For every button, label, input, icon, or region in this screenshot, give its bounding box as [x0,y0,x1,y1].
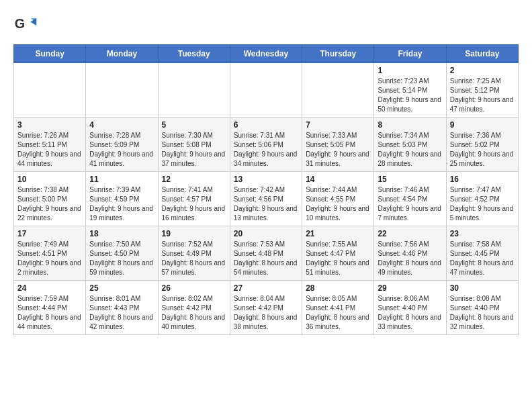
calendar-header: SundayMondayTuesdayWednesdayThursdayFrid… [14,45,519,63]
day-number: 5 [162,120,226,130]
calendar-cell: 29Sunrise: 8:06 AM Sunset: 4:40 PM Dayli… [374,281,446,335]
calendar-cell: 26Sunrise: 8:02 AM Sunset: 4:42 PM Dayli… [158,281,230,335]
weekday-header-thursday: Thursday [302,45,374,63]
day-info: Sunrise: 7:30 AM Sunset: 5:08 PM Dayligh… [162,131,226,169]
calendar-cell: 9Sunrise: 7:36 AM Sunset: 5:02 PM Daylig… [446,118,518,172]
calendar-cell: 30Sunrise: 8:08 AM Sunset: 4:40 PM Dayli… [446,281,518,335]
svg-text:G: G [15,16,25,31]
day-number: 28 [306,283,370,293]
day-info: Sunrise: 8:04 AM Sunset: 4:42 PM Dayligh… [234,294,298,332]
weekday-header-row: SundayMondayTuesdayWednesdayThursdayFrid… [14,45,519,63]
day-number: 8 [378,120,442,130]
calendar-cell: 19Sunrise: 7:52 AM Sunset: 4:49 PM Dayli… [158,226,230,281]
day-info: Sunrise: 7:41 AM Sunset: 4:57 PM Dayligh… [162,185,226,223]
day-number: 29 [378,283,442,293]
day-info: Sunrise: 7:47 AM Sunset: 4:52 PM Dayligh… [450,185,515,223]
day-info: Sunrise: 7:58 AM Sunset: 4:45 PM Dayligh… [450,240,515,277]
day-number: 9 [450,120,515,130]
calendar-cell: 3Sunrise: 7:26 AM Sunset: 5:11 PM Daylig… [14,118,86,172]
calendar-cell: 12Sunrise: 7:41 AM Sunset: 4:57 PM Dayli… [158,172,230,226]
day-number: 27 [234,283,298,293]
day-info: Sunrise: 7:34 AM Sunset: 5:03 PM Dayligh… [378,131,442,169]
calendar-cell: 17Sunrise: 7:49 AM Sunset: 4:51 PM Dayli… [14,226,86,281]
day-number: 11 [89,175,154,184]
day-number: 4 [89,120,154,130]
page-header: G [13,13,519,38]
calendar-cell: 15Sunrise: 7:46 AM Sunset: 4:54 PM Dayli… [374,172,446,226]
weekday-header-sunday: Sunday [14,45,86,63]
day-info: Sunrise: 7:59 AM Sunset: 4:44 PM Dayligh… [17,294,82,332]
calendar-week-3: 10Sunrise: 7:38 AM Sunset: 5:00 PM Dayli… [14,172,519,226]
calendar-cell: 20Sunrise: 7:53 AM Sunset: 4:48 PM Dayli… [230,226,302,281]
day-number: 18 [89,229,154,238]
day-number: 2 [450,66,515,75]
day-number: 10 [17,175,82,184]
calendar-cell: 16Sunrise: 7:47 AM Sunset: 4:52 PM Dayli… [446,172,518,226]
weekday-header-monday: Monday [86,45,158,63]
day-info: Sunrise: 7:46 AM Sunset: 4:54 PM Dayligh… [378,185,442,223]
day-number: 13 [234,175,298,184]
day-number: 12 [162,175,226,184]
logo: G [13,13,40,38]
day-number: 25 [89,283,154,293]
day-info: Sunrise: 7:42 AM Sunset: 4:56 PM Dayligh… [234,185,298,223]
day-info: Sunrise: 8:02 AM Sunset: 4:42 PM Dayligh… [162,294,226,332]
calendar-cell [230,63,302,118]
day-info: Sunrise: 7:26 AM Sunset: 5:11 PM Dayligh… [17,131,82,169]
day-info: Sunrise: 7:53 AM Sunset: 4:48 PM Dayligh… [234,240,298,277]
calendar-cell: 11Sunrise: 7:39 AM Sunset: 4:59 PM Dayli… [86,172,158,226]
calendar-body: 1Sunrise: 7:23 AM Sunset: 5:14 PM Daylig… [14,63,519,335]
calendar-cell: 28Sunrise: 8:05 AM Sunset: 4:41 PM Dayli… [302,281,374,335]
calendar-week-4: 17Sunrise: 7:49 AM Sunset: 4:51 PM Dayli… [14,226,519,281]
calendar-cell: 22Sunrise: 7:56 AM Sunset: 4:46 PM Dayli… [374,226,446,281]
day-number: 30 [450,283,515,293]
day-info: Sunrise: 7:55 AM Sunset: 4:47 PM Dayligh… [306,240,370,277]
day-info: Sunrise: 7:38 AM Sunset: 5:00 PM Dayligh… [17,185,82,223]
calendar-cell: 6Sunrise: 7:31 AM Sunset: 5:06 PM Daylig… [230,118,302,172]
calendar-week-5: 24Sunrise: 7:59 AM Sunset: 4:44 PM Dayli… [14,281,519,335]
weekday-header-saturday: Saturday [446,45,518,63]
day-info: Sunrise: 8:06 AM Sunset: 4:40 PM Dayligh… [378,294,442,332]
day-info: Sunrise: 7:56 AM Sunset: 4:46 PM Dayligh… [378,240,442,277]
weekday-header-tuesday: Tuesday [158,45,230,63]
day-info: Sunrise: 8:08 AM Sunset: 4:40 PM Dayligh… [450,294,515,332]
day-info: Sunrise: 8:01 AM Sunset: 4:43 PM Dayligh… [89,294,154,332]
calendar-cell: 23Sunrise: 7:58 AM Sunset: 4:45 PM Dayli… [446,226,518,281]
calendar-cell [302,63,374,118]
day-number: 15 [378,175,442,184]
calendar-week-1: 1Sunrise: 7:23 AM Sunset: 5:14 PM Daylig… [14,63,519,118]
day-number: 17 [17,229,82,238]
day-info: Sunrise: 7:44 AM Sunset: 4:55 PM Dayligh… [306,185,370,223]
day-number: 19 [162,229,226,238]
calendar-cell: 2Sunrise: 7:25 AM Sunset: 5:12 PM Daylig… [446,63,518,118]
day-number: 16 [450,175,515,184]
day-number: 24 [17,283,82,293]
day-info: Sunrise: 7:49 AM Sunset: 4:51 PM Dayligh… [17,240,82,277]
logo-icon: G [13,13,38,38]
calendar-cell: 24Sunrise: 7:59 AM Sunset: 4:44 PM Dayli… [14,281,86,335]
calendar-cell: 7Sunrise: 7:33 AM Sunset: 5:05 PM Daylig… [302,118,374,172]
calendar-cell: 27Sunrise: 8:04 AM Sunset: 4:42 PM Dayli… [230,281,302,335]
calendar-cell: 8Sunrise: 7:34 AM Sunset: 5:03 PM Daylig… [374,118,446,172]
day-number: 20 [234,229,298,238]
day-number: 6 [234,120,298,130]
day-info: Sunrise: 7:25 AM Sunset: 5:12 PM Dayligh… [450,77,515,114]
day-info: Sunrise: 7:28 AM Sunset: 5:09 PM Dayligh… [89,131,154,169]
day-info: Sunrise: 8:05 AM Sunset: 4:41 PM Dayligh… [306,294,370,332]
day-number: 26 [162,283,226,293]
calendar-cell: 5Sunrise: 7:30 AM Sunset: 5:08 PM Daylig… [158,118,230,172]
day-number: 23 [450,229,515,238]
day-number: 1 [378,66,442,75]
calendar-table: SundayMondayTuesdayWednesdayThursdayFrid… [13,44,519,335]
day-number: 3 [17,120,82,130]
day-number: 7 [306,120,370,130]
day-number: 22 [378,229,442,238]
calendar-cell: 18Sunrise: 7:50 AM Sunset: 4:50 PM Dayli… [86,226,158,281]
day-info: Sunrise: 7:23 AM Sunset: 5:14 PM Dayligh… [378,77,442,114]
calendar-cell: 14Sunrise: 7:44 AM Sunset: 4:55 PM Dayli… [302,172,374,226]
day-info: Sunrise: 7:52 AM Sunset: 4:49 PM Dayligh… [162,240,226,277]
weekday-header-wednesday: Wednesday [230,45,302,63]
day-info: Sunrise: 7:36 AM Sunset: 5:02 PM Dayligh… [450,131,515,169]
calendar-cell: 10Sunrise: 7:38 AM Sunset: 5:00 PM Dayli… [14,172,86,226]
calendar-cell: 4Sunrise: 7:28 AM Sunset: 5:09 PM Daylig… [86,118,158,172]
